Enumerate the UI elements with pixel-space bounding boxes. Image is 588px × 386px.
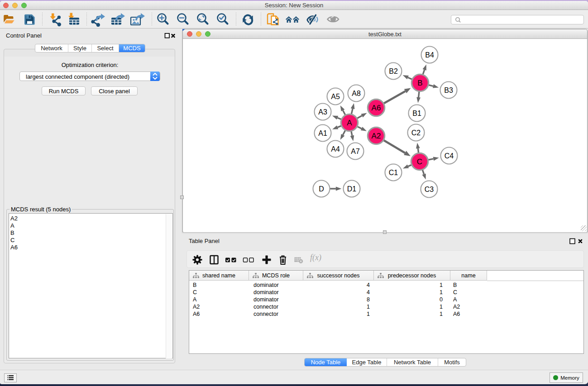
- svg-text:A4: A4: [331, 145, 340, 153]
- svg-text:A2: A2: [372, 132, 381, 140]
- svg-text:C1: C1: [389, 169, 398, 176]
- svg-text:A5: A5: [331, 93, 340, 100]
- svg-text:B2: B2: [389, 67, 398, 75]
- svg-text:B: B: [417, 79, 422, 87]
- svg-text:A8: A8: [352, 90, 361, 97]
- svg-text:B3: B3: [444, 86, 453, 94]
- svg-text:A6: A6: [372, 104, 381, 112]
- svg-text:C3: C3: [425, 186, 434, 193]
- svg-text:C2: C2: [411, 129, 421, 137]
- svg-text:C: C: [417, 157, 422, 166]
- svg-text:D1: D1: [347, 185, 357, 193]
- svg-text:B1: B1: [412, 110, 421, 117]
- svg-text:C4: C4: [445, 152, 454, 160]
- svg-text:A7: A7: [351, 148, 360, 155]
- svg-text:A3: A3: [318, 108, 327, 116]
- svg-text:A1: A1: [318, 129, 327, 137]
- svg-text:D: D: [319, 185, 324, 193]
- svg-text:B4: B4: [425, 51, 434, 59]
- svg-text:A: A: [347, 119, 352, 127]
